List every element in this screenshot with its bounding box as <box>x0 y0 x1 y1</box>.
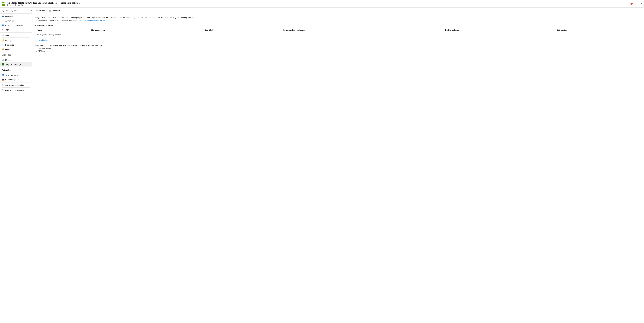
sidebar-label-identity: Identity <box>5 39 12 42</box>
collapse-button[interactable]: « <box>30 9 32 12</box>
tasks-icon: 👤 <box>2 74 4 76</box>
monitoring-section-label: Monitoring <box>0 52 32 57</box>
close-icon[interactable]: ✕ <box>640 2 642 5</box>
resource-icon <box>2 2 5 6</box>
feedback-icon: 💬 <box>49 10 51 12</box>
no-settings-row: No diagnostic settings defined <box>35 32 641 37</box>
metrics-icon: 📊 <box>2 59 4 61</box>
tags-icon: 🏷 <box>2 29 4 31</box>
more-icon[interactable]: ··· <box>635 3 638 5</box>
new-support-icon: 🔧 <box>2 89 4 92</box>
sidebar-label-activity-log: Activity log <box>5 20 14 22</box>
sidebar-item-locks[interactable]: 🔒 Locks <box>0 47 32 52</box>
col-header-name: Name <box>35 28 89 32</box>
toolbar: ↻ Refresh 💬 Feedback <box>32 8 644 14</box>
list-item-all-metrics: AllMetrics <box>38 50 641 52</box>
sidebar: 🔍 « ☰ Overview 📋 Activity log 👥 Access c… <box>0 8 32 323</box>
sidebar-item-overview[interactable]: ☰ Overview <box>0 14 32 19</box>
sidebar-item-diagnostic-settings[interactable]: Diagnostic settings <box>0 62 32 67</box>
sidebar-label-overview: Overview <box>5 15 13 18</box>
diagnostic-settings-icon <box>2 64 4 66</box>
search-input[interactable] <box>5 9 29 12</box>
refresh-button[interactable]: ↻ Refresh <box>34 9 47 13</box>
sidebar-item-activity-log[interactable]: 📋 Activity log <box>0 19 32 23</box>
sidebar-label-access-control: Access control (IAM) <box>5 24 23 26</box>
resource-name: topic01stg-811a624a-8a77-437e-89de-dfeb5… <box>7 2 57 4</box>
search-container: 🔍 « <box>0 8 32 14</box>
col-header-event-hub: Event hub <box>203 28 282 32</box>
sidebar-label-new-support: New Support Request <box>5 89 24 92</box>
pin-icon[interactable]: 📌 <box>630 2 633 5</box>
sidebar-item-export-template[interactable]: 📤 Export template <box>0 77 32 82</box>
export-template-icon: 📤 <box>2 78 4 81</box>
feedback-button[interactable]: 💬 Feedback <box>47 9 62 13</box>
feedback-label: Feedback <box>52 10 60 12</box>
settings-section-label: Settings <box>0 32 32 37</box>
sidebar-item-tags[interactable]: 🏷 Tags <box>0 27 32 32</box>
sidebar-item-identity[interactable]: 🔑 Identity <box>0 38 32 43</box>
access-control-icon: 👥 <box>2 24 4 26</box>
list-item-delivery-failures: DeliveryFailures <box>38 48 641 50</box>
col-header-partner: Partner solution <box>444 28 555 32</box>
title-bar-actions: 📌 ··· ✕ <box>630 2 642 5</box>
svg-rect-2 <box>3 3 4 5</box>
add-setting-cell: + Add diagnostic setting <box>35 37 641 43</box>
support-section-label: Support + troubleshooting <box>0 82 32 87</box>
sidebar-item-tasks[interactable]: 👤 Tasks (preview) <box>0 73 32 77</box>
diagnostic-settings-table: Name Storage account Event hub Log Analy… <box>35 28 641 43</box>
diagnostic-settings-section-title: Diagnostic settings <box>35 24 641 26</box>
sidebar-label-export-template: Export template <box>5 79 18 81</box>
page-main-title: topic01stg-811a624a-8a77-437e-89de-dfeb5… <box>7 2 630 4</box>
sidebar-item-access-control[interactable]: 👥 Access control (IAM) <box>0 23 32 27</box>
identity-icon: 🔑 <box>2 39 4 42</box>
svg-rect-1 <box>2 3 3 5</box>
sidebar-label-locks: Locks <box>5 48 10 50</box>
sidebar-label-metrics: Metrics <box>5 59 12 61</box>
properties-icon: ≡ <box>2 44 4 46</box>
learn-more-link[interactable]: Learn more about diagnostic settings <box>80 19 110 21</box>
title-bar: topic01stg-811a624a-8a77-437e-89de-dfeb5… <box>0 0 644 8</box>
automation-section-label: Automation <box>0 67 32 72</box>
svg-rect-3 <box>4 3 5 5</box>
refresh-label: Refresh <box>38 10 45 12</box>
refresh-icon: ↻ <box>36 10 38 12</box>
sidebar-label-tags: Tags <box>5 29 9 31</box>
sidebar-item-new-support[interactable]: 🔧 New Support Request <box>0 88 32 93</box>
main-layout: 🔍 « ☰ Overview 📋 Activity log 👥 Access c… <box>0 8 644 323</box>
title-separator: | <box>58 2 59 4</box>
add-diagnostic-setting-button[interactable]: + Add diagnostic setting <box>37 38 61 42</box>
add-setting-row: + Add diagnostic setting <box>35 37 641 43</box>
activity-log-icon: 📋 <box>2 20 4 22</box>
no-settings-text: No diagnostic settings defined <box>35 32 641 37</box>
description-main: Diagnostic settings are used to configur… <box>35 17 194 21</box>
page-content: Diagnostic settings are used to configur… <box>32 14 644 55</box>
sidebar-nav: ☰ Overview 📋 Activity log 👥 Access contr… <box>0 14 32 323</box>
data-items-list: DeliveryFailures AllMetrics <box>38 48 641 52</box>
content-area: ↻ Refresh 💬 Feedback Diagnostic settings… <box>32 8 644 323</box>
sidebar-label-properties: Properties <box>5 44 14 46</box>
add-setting-label: + Add diagnostic setting <box>39 39 59 41</box>
search-icon: 🔍 <box>2 10 4 12</box>
title-bar-text: topic01stg-811a624a-8a77-437e-89de-dfeb5… <box>7 2 630 6</box>
col-header-storage: Storage account <box>89 28 203 32</box>
resource-type: Event Grid System Topic <box>7 4 630 6</box>
page-title: Diagnostic settings <box>61 2 80 4</box>
overview-icon: ☰ <box>2 15 4 18</box>
sidebar-label-tasks: Tasks (preview) <box>5 74 18 76</box>
locks-icon: 🔒 <box>2 48 4 50</box>
monitoring-divider <box>2 57 30 57</box>
col-header-edit: Edit setting <box>555 28 641 32</box>
sidebar-item-metrics[interactable]: 📊 Metrics <box>0 58 32 62</box>
col-header-log-analytics: Log Analytics workspace <box>282 28 444 32</box>
sidebar-item-properties[interactable]: ≡ Properties <box>0 43 32 47</box>
description-text: Diagnostic settings are used to configur… <box>35 16 196 22</box>
click-info-text: Click 'Add Diagnostic setting' above to … <box>35 45 641 47</box>
sidebar-label-diagnostic-settings: Diagnostic settings <box>5 63 21 66</box>
